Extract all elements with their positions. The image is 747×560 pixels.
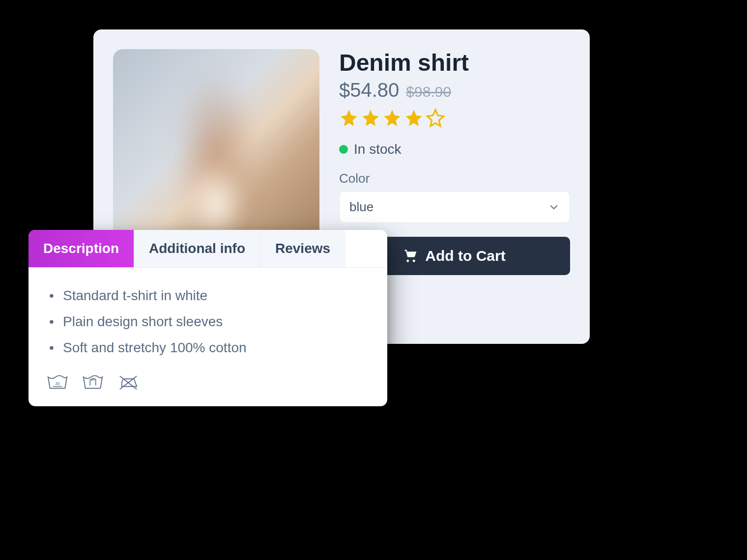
hand-wash-icon (82, 373, 104, 392)
star-icon (361, 108, 380, 128)
tab-additional-info[interactable]: Additional info (134, 230, 260, 267)
wash-30-icon: 30 (46, 373, 69, 392)
price-row: $54.80 $98.90 (339, 79, 570, 101)
list-item: Soft and stretchy 100% cotton (46, 335, 370, 361)
tab-description[interactable]: Description (29, 230, 134, 267)
color-selected-value: blue (349, 199, 374, 215)
star-outline-icon (426, 108, 445, 128)
add-to-cart-label: Add to Cart (425, 248, 505, 264)
star-icon (404, 108, 424, 128)
details-tabs-panel: Description Additional info Reviews Stan… (29, 230, 387, 406)
description-list: Standard t-shirt in white Plain design s… (46, 282, 370, 361)
list-item: Standard t-shirt in white (46, 282, 370, 308)
do-not-iron-icon (117, 373, 140, 392)
stock-status: In stock (354, 141, 401, 157)
svg-text:30: 30 (55, 381, 60, 386)
tab-body: Standard t-shirt in white Plain design s… (29, 268, 387, 406)
tab-reviews[interactable]: Reviews (260, 230, 345, 267)
list--item: Plain design short sleeves (46, 308, 370, 335)
stock-indicator-icon (339, 145, 348, 154)
stock-row: In stock (339, 141, 570, 157)
tab-row: Description Additional info Reviews (29, 230, 387, 268)
color-label: Color (339, 171, 570, 186)
chevron-down-icon (548, 201, 560, 213)
star-icon (382, 108, 402, 128)
price-current: $54.80 (339, 79, 399, 101)
rating-stars[interactable] (339, 108, 570, 128)
cart-ic-icon (403, 249, 418, 263)
star-icon (339, 108, 359, 128)
product-title: Denim shirt (339, 49, 570, 76)
color-select[interactable]: blue (339, 191, 570, 223)
care-icons: 30 (46, 373, 370, 392)
price-original: $98.90 (406, 84, 451, 100)
product-image (113, 49, 319, 255)
